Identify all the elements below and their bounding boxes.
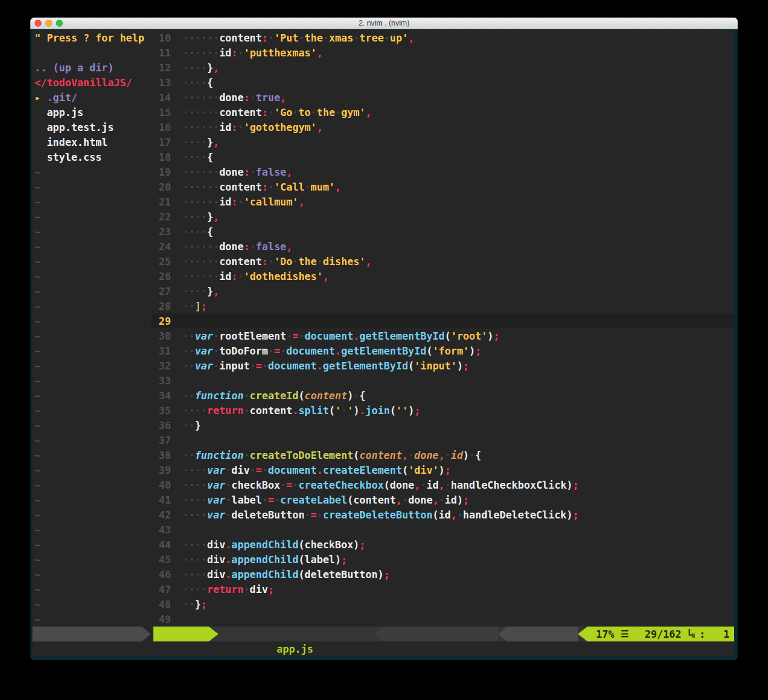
line-number: 33 [151, 373, 175, 388]
line-number: 14 [151, 90, 175, 105]
nerdtree-item-label: .. (up a dir) [35, 62, 114, 73]
code-line[interactable]: 17····}, [151, 135, 734, 150]
line-number: 35 [151, 403, 175, 418]
code-line-text: ······id:·'putthexmas', [175, 45, 323, 60]
line-number: 36 [151, 418, 175, 433]
code-line-text: ······id:·'dothedishes', [175, 269, 329, 284]
code-line[interactable]: 42····var·deleteButton·=·createDeleteBut… [151, 507, 734, 522]
code-line[interactable]: 44····div.appendChild(checkBox); [151, 537, 734, 552]
code-line[interactable]: 23····{ [151, 224, 734, 239]
code-line[interactable]: 26······id:·'dothedishes', [151, 269, 734, 284]
line-number: 49 [151, 612, 175, 627]
empty-line-tilde: ~ [35, 507, 151, 522]
code-line[interactable]: 29 [151, 314, 734, 328]
code-line[interactable]: 31··var·toDoForm·=·document.getElementBy… [151, 343, 734, 358]
empty-line-tilde: ~ [35, 343, 151, 358]
dir-expand-icon[interactable]: ▸ [35, 92, 47, 103]
code-line[interactable]: 48··}; [151, 597, 734, 612]
code-line[interactable]: 25······content:·'Do·the·dishes', [151, 254, 734, 269]
code-line[interactable]: 12····}, [151, 60, 734, 75]
code-line[interactable]: 40····var·checkBox·=·createCheckbox(done… [151, 477, 734, 492]
nerdtree-sidebar[interactable]: " Press ? for help.. (up a dir)</todoVan… [32, 30, 151, 627]
code-line-text: ··var·rootElement·=·document.getElementB… [175, 328, 500, 343]
line-number: 15 [151, 105, 175, 120]
nerdtree-item[interactable]: index.html [35, 135, 151, 150]
empty-line-tilde: ~ [35, 388, 151, 403]
line-number: 24 [151, 239, 175, 254]
nerdtree-item[interactable]: app.js [35, 105, 151, 120]
empty-line-tilde: ~ [35, 433, 151, 448]
code-line-text: ····var·label·=·createLabel(content,·don… [175, 492, 469, 507]
code-line-text: ······content:·'Go·to·the·gym', [175, 105, 372, 120]
line-number: 39 [151, 463, 175, 477]
line-number: 17 [151, 135, 175, 150]
nerdtree-item-label: style.css [47, 151, 102, 163]
code-line[interactable]: 33 [151, 373, 734, 388]
line-number: 23 [151, 224, 175, 239]
nerdtree-item[interactable]: " Press ? for help [35, 30, 151, 45]
code-line-text: ····return·div; [175, 582, 274, 597]
code-line-text: ··var·input·=·document.getElementById('i… [175, 358, 469, 373]
code-line-text: ······content:·'Put·the·xmas·tree·up', [175, 30, 414, 45]
editor-pane[interactable]: 10······content:·'Put·the·xmas·tree·up',… [151, 30, 734, 627]
code-line[interactable]: 47····return·div; [151, 582, 734, 597]
code-line[interactable]: 37 [151, 433, 734, 448]
nerdtree-item[interactable]: app.test.js [35, 120, 151, 135]
code-line[interactable]: 46····div.appendChild(deleteButton); [151, 567, 734, 582]
code-line-text: ····var·deleteButton·=·createDeleteButto… [175, 507, 579, 522]
empty-line-tilde: ~ [35, 299, 151, 314]
code-line[interactable]: 30··var·rootElement·=·document.getElemen… [151, 328, 734, 343]
code-line[interactable]: 14······done:·true, [151, 90, 734, 105]
nerdtree-blank-row [35, 45, 151, 60]
nerdtree-item-label: app.js [47, 106, 84, 118]
empty-line-tilde: ~ [35, 314, 151, 328]
code-line[interactable]: 18····{ [151, 150, 734, 164]
code-line[interactable]: 11······id:·'putthexmas', [151, 45, 734, 60]
line-number: 22 [151, 209, 175, 224]
code-line-text: ····div.appendChild(label); [175, 552, 347, 567]
window-title: 2. nvim . (nvim) [30, 18, 738, 29]
terminal-window: 2. nvim . (nvim) " Press ? for help.. (u… [30, 18, 738, 660]
code-line[interactable]: 19······done:·false, [151, 164, 734, 179]
code-line-text: ····var·div·=·document.createElement('di… [175, 463, 451, 477]
code-line-text: ··function·createId(content)·{ [175, 388, 365, 403]
nerdtree-item-label: .git/ [47, 92, 77, 103]
statusline-filetype: javascript.jsx [374, 627, 498, 641]
code-line[interactable]: 35····return·content.split('·').join('')… [151, 403, 734, 418]
code-line[interactable]: 20······content:·'Call·mum', [151, 179, 734, 194]
nerdtree-item[interactable]: style.css [35, 150, 151, 164]
command-line[interactable] [32, 641, 734, 656]
code-line[interactable]: 16······id:·'gotothegym', [151, 120, 734, 135]
empty-line-tilde: ~ [35, 597, 151, 612]
code-line[interactable]: 45····div.appendChild(label); [151, 552, 734, 567]
empty-line-tilde: ~ [35, 269, 151, 284]
code-line[interactable]: 13····{ [151, 75, 734, 90]
code-line[interactable]: 21······id:·'callmum', [151, 194, 734, 209]
code-line[interactable]: 49 [151, 612, 734, 627]
nerdtree-item-label: </todoVanillaJS/ [35, 77, 132, 88]
nerdtree-item[interactable]: </todoVanillaJS/ [35, 75, 151, 90]
code-line[interactable]: 27····}, [151, 284, 734, 299]
code-line[interactable]: 22····}, [151, 209, 734, 224]
code-line[interactable]: 10······content:·'Put·the·xmas·tree·up', [151, 30, 734, 45]
code-line[interactable]: 41····var·label·=·createLabel(content,·d… [151, 492, 734, 507]
code-line[interactable]: 43 [151, 522, 734, 537]
line-number: 11 [151, 45, 175, 60]
empty-line-tilde: ~ [35, 358, 151, 373]
empty-line-tilde: ~ [35, 254, 151, 269]
nerdtree-item[interactable]: ▸ .git/ [35, 90, 151, 105]
code-line[interactable]: 38··function·createToDoElement(content,·… [151, 448, 734, 463]
nerdtree-statusline: </todoVanillaJS [32, 627, 151, 641]
empty-line-tilde: ~ [35, 567, 151, 582]
empty-line-tilde: ~ [35, 239, 151, 254]
code-line[interactable]: 39····var·div·=·document.createElement('… [151, 463, 734, 477]
code-line[interactable]: 24······done:·false, [151, 239, 734, 254]
code-line[interactable]: 32··var·input·=·document.getElementById(… [151, 358, 734, 373]
nerdtree-item[interactable]: .. (up a dir) [35, 60, 151, 75]
code-line-text: ····}, [175, 284, 219, 299]
code-line[interactable]: 28··]; [151, 299, 734, 314]
code-line[interactable]: 15······content:·'Go·to·the·gym', [151, 105, 734, 120]
code-line-text: ··}; [175, 597, 207, 612]
code-line[interactable]: 34··function·createId(content)·{ [151, 388, 734, 403]
code-line[interactable]: 36··} [151, 418, 734, 433]
